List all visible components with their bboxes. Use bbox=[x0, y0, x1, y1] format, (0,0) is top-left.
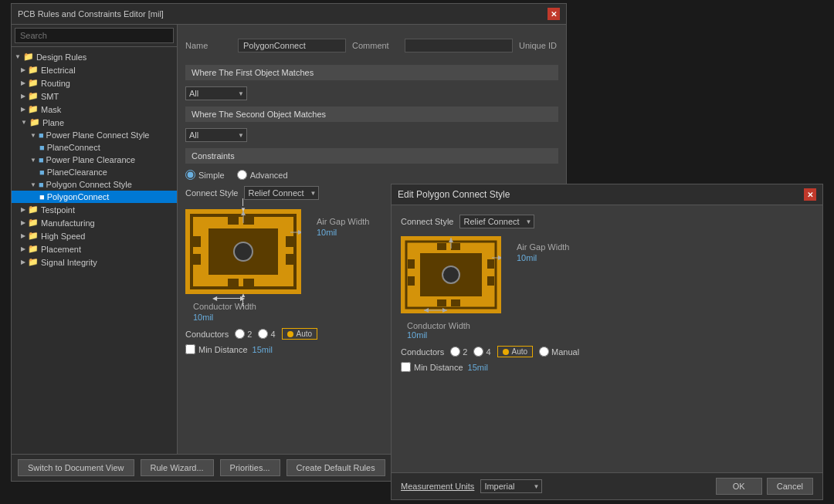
tree-label: Design Rules bbox=[36, 52, 86, 62]
svg-rect-7 bbox=[243, 279, 254, 286]
edit-auto-label: Auto bbox=[512, 347, 528, 356]
folder-icon: 📁 bbox=[28, 78, 39, 88]
edit-conductors-4-radio[interactable] bbox=[473, 347, 483, 357]
ok-button[interactable]: OK bbox=[716, 478, 762, 495]
tree-item-mask[interactable]: ▶ 📁 Mask bbox=[12, 103, 177, 116]
conductors-2-label[interactable]: 2 bbox=[235, 329, 252, 339]
switch-to-document-view-button[interactable]: Switch to Document View bbox=[18, 459, 134, 476]
tree-item-testpoint[interactable]: ▶ 📁 Testpoint bbox=[12, 203, 177, 216]
rule-icon: ■ bbox=[39, 130, 44, 140]
conductors-4-label[interactable]: 4 bbox=[258, 329, 275, 339]
tree-item-power-plane-connect[interactable]: ▼ ■ Power Plane Connect Style bbox=[12, 129, 177, 141]
edit-conductors-4-label[interactable]: 4 bbox=[473, 347, 490, 357]
second-object-header: Where The Second Object Matches bbox=[185, 107, 558, 122]
pcb-graphic-area: ▼ ▲ ◀ ▶ bbox=[185, 209, 301, 296]
edit-min-distance-checkbox-label[interactable]: Min Distance bbox=[401, 362, 463, 372]
edit-conductors-2-label[interactable]: 2 bbox=[450, 347, 467, 357]
tree-label: SMT bbox=[41, 92, 59, 101]
tree-item-smt[interactable]: ▶ 📁 SMT bbox=[12, 90, 177, 103]
first-object-header: Where The First Object Matches bbox=[185, 65, 558, 80]
simple-radio[interactable] bbox=[185, 170, 195, 180]
svg-point-3 bbox=[234, 242, 253, 261]
tree-item-planeclearance[interactable]: ■ PlaneClearance bbox=[12, 166, 177, 178]
min-distance-checkbox-label[interactable]: Min Distance bbox=[185, 344, 248, 354]
left-panel: ▼ 📁 Design Rules ▶ 📁 Electrical ▶ 📁 Rout… bbox=[12, 25, 178, 454]
comment-label: Comment bbox=[352, 41, 398, 50]
edit-conductors-manual-radio[interactable] bbox=[539, 347, 549, 357]
folder-arrow: ▶ bbox=[21, 93, 25, 100]
tree-item-manufacturing[interactable]: ▶ 📁 Manufacturing bbox=[12, 216, 177, 229]
edit-dialog-close-button[interactable]: ✕ bbox=[804, 188, 816, 201]
edit-auto-button[interactable]: Auto bbox=[497, 346, 534, 357]
conductors-4-value: 4 bbox=[270, 330, 275, 339]
comment-input[interactable] bbox=[405, 39, 513, 52]
conductors-2-radio[interactable] bbox=[235, 329, 245, 339]
tree-item-polygonconnect[interactable]: ■ PolygonConnect bbox=[12, 191, 177, 203]
second-object-dropdown[interactable]: All bbox=[185, 128, 247, 142]
tree-item-placement[interactable]: ▶ 📁 Placement bbox=[12, 242, 177, 255]
min-distance-checkbox[interactable] bbox=[185, 344, 195, 354]
priorities-button[interactable]: Priorities... bbox=[220, 459, 280, 476]
folder-arrow: ▶ bbox=[21, 79, 25, 86]
name-row: Name Comment Unique ID Test Queries bbox=[185, 32, 558, 59]
tree-item-design-rules[interactable]: ▼ 📁 Design Rules bbox=[12, 50, 177, 63]
measurement-dropdown[interactable]: Imperial Metric bbox=[480, 479, 542, 493]
tree-container: ▼ 📁 Design Rules ▶ 📁 Electrical ▶ 📁 Rout… bbox=[12, 47, 177, 454]
first-object-dropdown[interactable]: All bbox=[185, 86, 247, 100]
conductors-4-radio[interactable] bbox=[258, 329, 268, 339]
edit-min-distance-label: Min Distance bbox=[414, 363, 463, 372]
svg-rect-4 bbox=[228, 217, 239, 225]
rule-icon: ■ bbox=[39, 155, 44, 164]
tree-item-power-plane-clearance[interactable]: ▼ ■ Power Plane Clearance bbox=[12, 154, 177, 166]
search-input[interactable] bbox=[15, 28, 174, 43]
tree-item-plane[interactable]: ▼ 📁 Plane bbox=[12, 116, 177, 129]
advanced-radio[interactable] bbox=[237, 170, 247, 180]
cancel-button[interactable]: Cancel bbox=[767, 478, 813, 495]
folder-arrow: ▶ bbox=[21, 106, 25, 113]
folder-arrow: ▶ bbox=[21, 66, 25, 73]
edit-conductors-2-radio[interactable] bbox=[450, 347, 460, 357]
auto-button[interactable]: Auto bbox=[282, 328, 318, 340]
ok-cancel-buttons: OK Cancel bbox=[716, 478, 813, 495]
min-distance-label: Min Distance bbox=[198, 345, 248, 354]
tree-item-electrical[interactable]: ▶ 📁 Electrical bbox=[12, 63, 177, 76]
folder-icon: 📁 bbox=[28, 104, 39, 114]
min-distance-value: 15mil bbox=[253, 345, 273, 354]
main-dialog-close-button[interactable]: ✕ bbox=[548, 8, 560, 20]
tree-item-routing[interactable]: ▶ 📁 Routing bbox=[12, 76, 177, 90]
edit-dialog-title: Edit Polygon Connect Style bbox=[398, 189, 510, 200]
create-default-rules-button[interactable]: Create Default Rules bbox=[286, 459, 385, 476]
priorities-label: Priorities... bbox=[230, 463, 270, 472]
edit-conductors-manual-label[interactable]: Manual bbox=[539, 347, 579, 357]
simple-radio-label[interactable]: Simple bbox=[185, 170, 225, 180]
edit-air-gap-area: Air Gap Width 10mil bbox=[517, 236, 569, 262]
folder-arrow: ▶ bbox=[21, 219, 25, 226]
constraints-radio-group: Simple Advanced bbox=[185, 170, 558, 180]
edit-pcb-graphic-area bbox=[401, 236, 501, 315]
tree-item-polygon-connect[interactable]: ▼ ■ Polygon Connect Style bbox=[12, 178, 177, 191]
advanced-radio-label[interactable]: Advanced bbox=[237, 170, 288, 180]
svg-rect-23 bbox=[451, 299, 460, 306]
folder-icon: 📁 bbox=[28, 244, 39, 254]
connect-style-dropdown[interactable]: Relief Connect bbox=[244, 186, 319, 200]
folder-arrow: ▼ bbox=[15, 53, 21, 60]
svg-rect-5 bbox=[243, 217, 254, 225]
main-dialog-title: PCB Rules and Constraints Editor [mil] bbox=[18, 9, 164, 19]
svg-rect-8 bbox=[193, 236, 201, 247]
top-arrow: ▼ bbox=[240, 198, 246, 213]
edit-min-distance-checkbox[interactable] bbox=[401, 362, 411, 372]
tree-item-planeconnect[interactable]: ■ PlaneConnect bbox=[12, 141, 177, 154]
name-input[interactable] bbox=[238, 39, 346, 52]
folder-arrow: ▼ bbox=[30, 132, 36, 139]
svg-rect-27 bbox=[487, 276, 494, 286]
rule-wizard-button[interactable]: Rule Wizard... bbox=[141, 459, 214, 476]
edit-min-distance-row: Min Distance 15mil bbox=[401, 362, 813, 372]
edit-conductors-label: Conductors bbox=[401, 347, 444, 357]
tree-item-signal-integrity[interactable]: ▶ 📁 Signal Integrity bbox=[12, 255, 177, 269]
tree-item-high-speed[interactable]: ▶ 📁 High Speed bbox=[12, 229, 177, 242]
first-object-dropdown-wrapper: All bbox=[185, 86, 247, 100]
tree-label: Placement bbox=[41, 245, 81, 254]
edit-connect-style-dropdown[interactable]: Relief Connect bbox=[459, 215, 534, 228]
bottom-dim: ◀ ▶ bbox=[212, 295, 245, 302]
folder-icon: 📁 bbox=[28, 91, 39, 101]
